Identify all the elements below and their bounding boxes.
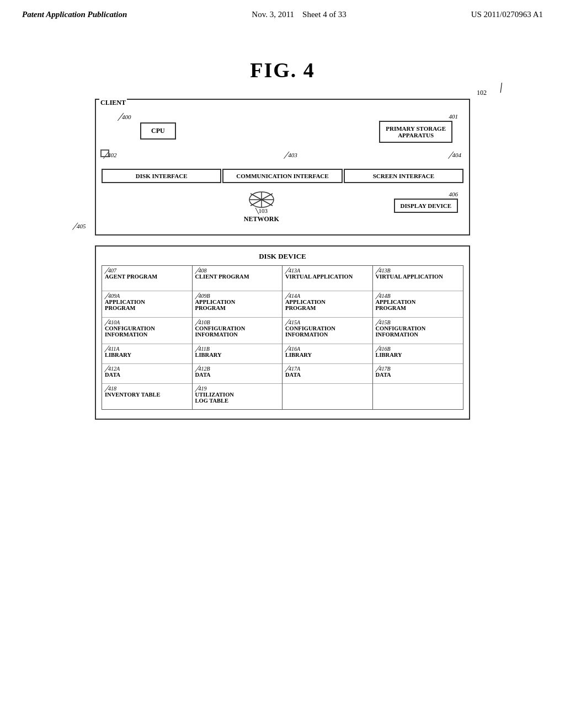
library-416a-label: LIBRARY <box>285 352 370 358</box>
data-412a-label: DATA <box>105 372 189 378</box>
ref-102-tick: ╱ <box>497 83 504 93</box>
config-info-410b-label: CONFIGURATIONINFORMATION <box>195 325 280 338</box>
ref-403: 403 <box>288 152 297 158</box>
virtual-app-b-label: VIRTUAL APPLICATION <box>376 274 461 280</box>
ref-102: 102 <box>477 89 487 97</box>
screen-interface-block: SCREEN INTERFACE <box>344 169 463 183</box>
page-header: Patent Application Publication Nov. 3, 2… <box>0 0 565 25</box>
ref-406: 406 <box>449 191 459 197</box>
virtual-app-a-col: ╱413A VIRTUAL APPLICATION ╱414A APPLICAT… <box>282 266 373 409</box>
ref-405: ╱405 <box>73 223 86 230</box>
interfaces-row: DISK INTERFACE COMMUNICATION INTERFACE S… <box>102 169 463 183</box>
disk-interface-block: DISK INTERFACE <box>102 169 221 183</box>
config-info-410a-label: CONFIGURATIONINFORMATION <box>105 325 189 338</box>
header-patent-number: US 2011/0270963 A1 <box>471 10 543 19</box>
header-date-sheet: Nov. 3, 2011 Sheet 4 of 33 <box>252 10 346 19</box>
agent-program-label: AGENT PROGRAM <box>105 274 189 280</box>
app-program-409b-label: APPLICATIONPROGRAM <box>195 299 280 311</box>
config-info-415a-label: CONFIGURATIONINFORMATION <box>285 325 370 338</box>
ref-401: 401 <box>449 113 459 120</box>
library-416b-label: LIBRARY <box>376 352 461 358</box>
data-417a-label: DATA <box>285 372 370 378</box>
config-info-415b-label: CONFIGURATIONINFORMATION <box>376 325 461 338</box>
data-412b-label: DATA <box>195 372 280 378</box>
utilization-log-table-label: UTILIZATIONLOG TABLE <box>195 392 280 404</box>
diagram-area: 102 ╱ CLIENT ╱400 CPU 401 <box>67 99 498 420</box>
app-program-414a-label: APPLICATIONPROGRAM <box>285 299 370 311</box>
library-411b-label: LIBRARY <box>195 352 280 358</box>
network-symbol <box>248 191 275 208</box>
ref-400: 400 <box>122 114 131 120</box>
agent-program-col: ╱407 AGENT PROGRAM ╱409A APPLICATIONPROG… <box>102 266 193 409</box>
disk-icon <box>100 149 109 157</box>
ref-404: 404 <box>452 152 462 158</box>
comm-interface-block: COMMUNICATION INTERFACE <box>222 169 342 183</box>
virtual-app-a-label: VIRTUAL APPLICATION <box>285 274 370 280</box>
disk-device-box: DISK DEVICE ╱407 AGENT PROGRAM ╱409A APP… <box>95 245 470 420</box>
primary-storage-block: PRIMARY STORAGE APPARATUS <box>379 121 452 143</box>
network-label: NETWORK <box>244 215 279 223</box>
data-417b-label: DATA <box>376 372 461 378</box>
inventory-table-label: INVENTORY TABLE <box>105 392 189 398</box>
sheet-number: Sheet 4 of 33 <box>302 10 347 19</box>
disk-device-label: DISK DEVICE <box>102 252 463 261</box>
client-program-label: CLIENT PROGRAM <box>195 274 280 280</box>
app-program-414b-label: APPLICATIONPROGRAM <box>376 299 461 311</box>
virtual-app-b-col: ╱413B VIRTUAL APPLICATION ╱414B APPLICAT… <box>373 266 463 409</box>
figure-title: FIG. 4 <box>0 58 565 82</box>
app-program-409a-label: APPLICATIONPROGRAM <box>105 299 189 311</box>
library-411a-label: LIBRARY <box>105 352 189 358</box>
display-device-block: DISPLAY DEVICE <box>394 199 458 213</box>
client-box: CLIENT ╱400 CPU 401 PRIMARY STORAGE <box>95 99 470 235</box>
header-publication: Patent Application Publication <box>22 10 127 19</box>
cpu-block: CPU <box>140 122 176 140</box>
client-program-col: ╱408 CLIENT PROGRAM ╱409B APPLICATIONPRO… <box>193 266 283 409</box>
client-label: CLIENT <box>99 99 127 107</box>
